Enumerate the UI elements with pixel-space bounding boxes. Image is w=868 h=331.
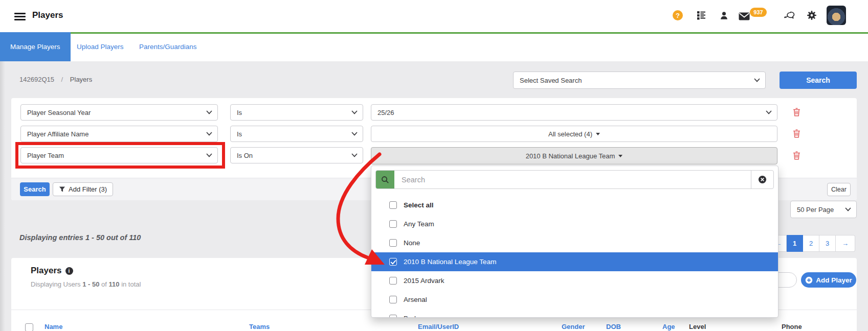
pagination-page-2[interactable]: 2	[803, 235, 819, 252]
grid-icon[interactable]	[696, 10, 707, 20]
caret-down-icon	[596, 133, 600, 135]
checkbox-unchecked[interactable]	[389, 296, 397, 303]
checkbox-unchecked[interactable]	[389, 315, 397, 318]
column-header-level: Level	[689, 323, 706, 330]
chevron-down-icon	[766, 110, 772, 114]
team-options-list: Select all Any Team None 2010 B National…	[371, 196, 778, 318]
checkbox-unchecked[interactable]	[389, 220, 397, 228]
filter-2-operator-select[interactable]: Is	[230, 126, 363, 142]
clear-icon	[758, 175, 767, 184]
table-header-row: Name Teams Email/UserID Gender DOB Age L…	[11, 323, 857, 331]
search-icon-button[interactable]	[376, 171, 394, 188]
option-arsenal[interactable]: Arsenal	[371, 290, 778, 309]
chevron-down-icon	[351, 153, 358, 157]
column-header-dob[interactable]: DOB	[606, 323, 621, 330]
chevron-down-icon	[206, 153, 212, 157]
trash-icon[interactable]	[793, 108, 801, 117]
checkbox-checked[interactable]	[389, 258, 397, 266]
filter-3-multiselect-button-open[interactable]: 2010 B National League Team	[371, 147, 777, 164]
column-header-phone: Phone	[782, 323, 802, 330]
gear-icon[interactable]	[806, 10, 817, 20]
entries-summary: Displaying entries 1 - 50 out of 110	[19, 233, 141, 242]
filter-2-field-select[interactable]: Player Affiliate Name	[20, 126, 218, 142]
hamburger-menu-icon[interactable]	[14, 13, 26, 20]
search-icon	[381, 176, 389, 184]
filter-1-field-select[interactable]: Player Seasonal Year	[20, 104, 218, 121]
filter-3-field-select[interactable]: Player Team	[20, 147, 218, 163]
breadcrumb-current: Players	[70, 76, 92, 83]
chevron-down-icon	[206, 110, 212, 114]
select-all-checkbox[interactable]	[25, 323, 33, 331]
players-card-title: Players i	[31, 266, 73, 276]
chat-icon[interactable]	[784, 10, 795, 20]
trash-icon[interactable]	[793, 129, 801, 138]
pagination-next-button[interactable]: →	[836, 235, 855, 252]
option-2010-b-national-league-team-selected[interactable]: 2010 B National League Team	[371, 252, 778, 271]
checkbox-unchecked[interactable]	[389, 277, 397, 285]
column-header-email-userid[interactable]: Email/UserID	[418, 323, 459, 330]
saved-search-search-button[interactable]: Search	[780, 72, 857, 89]
players-card-subtitle: Displaying Users 1 - 50 of 110 in total	[31, 280, 141, 288]
option-2015-ardvark[interactable]: 2015 Ardvark	[371, 271, 778, 290]
app-screen: Players ? 937 Manage Players Upload Play…	[0, 0, 868, 331]
option-any-team[interactable]: Any Team	[371, 215, 778, 233]
funnel-icon	[59, 186, 65, 193]
clear-button[interactable]: Clear	[827, 183, 851, 196]
tab-upload-players[interactable]: Upload Players	[66, 32, 134, 61]
dropdown-search-group	[375, 170, 774, 189]
option-select-all[interactable]: Select all	[371, 196, 778, 215]
caret-down-icon	[618, 155, 622, 157]
option-none[interactable]: None	[371, 233, 778, 252]
breadcrumb-separator: /	[61, 76, 63, 83]
breadcrumb-root[interactable]: 142692Q15	[19, 76, 54, 83]
dropdown-search-input[interactable]	[394, 171, 751, 188]
pagination: ← 1 2 3 →	[770, 235, 855, 252]
page-body: 142692Q15 / Players Select Saved Search …	[0, 61, 868, 331]
mail-icon[interactable]	[739, 11, 750, 21]
filter-2-multiselect-button[interactable]: All selected (4)	[371, 126, 777, 142]
tab-parents-guardians[interactable]: Parents/Guardians	[129, 32, 207, 61]
help-icon[interactable]: ?	[673, 10, 683, 20]
filters-search-button[interactable]: Search	[20, 182, 50, 196]
pagination-page-3[interactable]: 3	[819, 235, 836, 252]
add-player-button[interactable]: Add Player	[801, 272, 856, 288]
column-header-age[interactable]: Age	[662, 323, 675, 330]
breadcrumb: 142692Q15 / Players	[19, 76, 92, 83]
checkbox-unchecked[interactable]	[389, 239, 397, 247]
trash-icon[interactable]	[793, 151, 801, 160]
checkbox-unchecked[interactable]	[389, 201, 397, 209]
user-icon[interactable]	[718, 10, 729, 20]
column-header-name[interactable]: Name	[44, 323, 62, 330]
filter-1-operator-select[interactable]: Is	[230, 104, 363, 121]
column-header-gender[interactable]: Gender	[562, 323, 585, 330]
per-page-select[interactable]: 50 Per Page	[790, 201, 857, 218]
chevron-down-icon	[845, 207, 851, 211]
chevron-down-icon	[206, 132, 212, 136]
info-icon[interactable]: i	[65, 267, 73, 275]
avatar[interactable]	[827, 6, 846, 25]
top-bar: Players ? 937	[0, 0, 868, 31]
page-title: Players	[32, 0, 63, 31]
column-header-teams[interactable]: Teams	[249, 323, 270, 330]
filter-3-operator-select[interactable]: Is On	[230, 147, 363, 163]
tab-bar: Manage Players Upload Players Parents/Gu…	[0, 31, 868, 61]
pagination-page-1[interactable]: 1	[787, 235, 803, 252]
filter-1-value-select[interactable]: 25/26	[371, 104, 777, 121]
plus-icon	[805, 276, 813, 284]
mail-count-badge: 937	[750, 8, 767, 17]
tab-manage-players[interactable]: Manage Players	[0, 32, 71, 61]
clear-search-button[interactable]	[751, 171, 773, 188]
chevron-down-icon	[351, 132, 358, 136]
add-filter-button[interactable]: Add Filter (3)	[53, 182, 113, 196]
chevron-down-icon	[754, 78, 760, 82]
chevron-down-icon	[351, 110, 358, 114]
saved-search-select[interactable]: Select Saved Search	[513, 72, 766, 89]
option-badgers-clipped[interactable]: Badgers	[371, 309, 778, 318]
team-multiselect-dropdown: Select all Any Team None 2010 B National…	[371, 166, 778, 318]
